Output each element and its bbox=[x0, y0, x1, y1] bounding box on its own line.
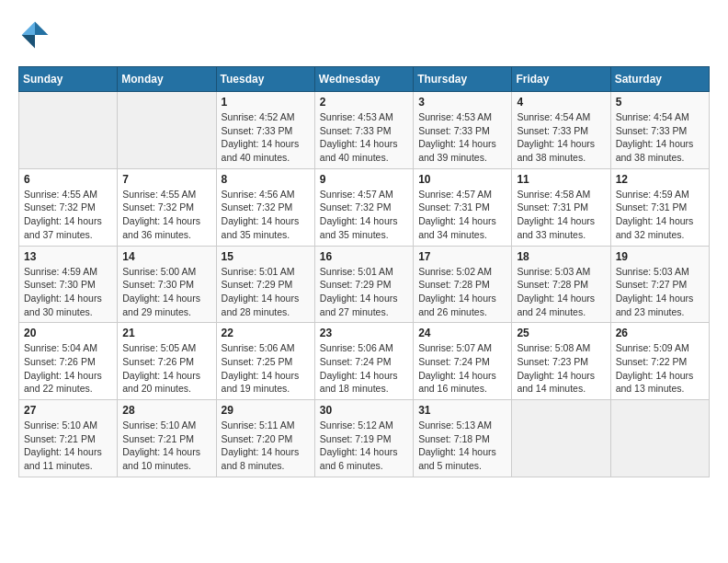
day-number: 27 bbox=[24, 404, 112, 417]
day-number: 19 bbox=[616, 250, 704, 263]
day-info: Sunrise: 4:57 AMSunset: 7:31 PMDaylight:… bbox=[418, 188, 506, 242]
day-info: Sunrise: 5:00 AMSunset: 7:30 PMDaylight:… bbox=[122, 265, 210, 319]
svg-marker-0 bbox=[35, 22, 48, 35]
day-number: 29 bbox=[222, 404, 310, 417]
day-cell: 28Sunrise: 5:10 AMSunset: 7:21 PMDayligh… bbox=[118, 400, 216, 477]
day-number: 12 bbox=[616, 173, 704, 186]
day-info: Sunrise: 5:12 AMSunset: 7:19 PMDaylight:… bbox=[320, 419, 408, 473]
day-number: 15 bbox=[222, 250, 310, 263]
page-header bbox=[18, 18, 710, 52]
day-cell: 12Sunrise: 4:59 AMSunset: 7:31 PMDayligh… bbox=[610, 168, 709, 246]
day-info: Sunrise: 4:54 AMSunset: 7:33 PMDaylight:… bbox=[517, 110, 605, 165]
weekday-header: Monday bbox=[118, 67, 216, 92]
day-number: 2 bbox=[320, 96, 408, 109]
day-cell: 17Sunrise: 5:02 AMSunset: 7:28 PMDayligh… bbox=[414, 246, 512, 323]
day-cell: 18Sunrise: 5:03 AMSunset: 7:28 PMDayligh… bbox=[512, 246, 610, 323]
day-cell: 26Sunrise: 5:09 AMSunset: 7:22 PMDayligh… bbox=[610, 323, 709, 400]
day-info: Sunrise: 4:57 AMSunset: 7:32 PMDaylight:… bbox=[320, 188, 408, 242]
day-cell: 7Sunrise: 4:55 AMSunset: 7:32 PMDaylight… bbox=[118, 168, 216, 246]
day-info: Sunrise: 4:53 AMSunset: 7:33 PMDaylight:… bbox=[418, 110, 506, 165]
day-cell: 14Sunrise: 5:00 AMSunset: 7:30 PMDayligh… bbox=[118, 246, 216, 323]
day-cell: 25Sunrise: 5:08 AMSunset: 7:23 PMDayligh… bbox=[512, 323, 610, 400]
calendar-table: SundayMondayTuesdayWednesdayThursdayFrid… bbox=[18, 66, 710, 477]
day-cell: 8Sunrise: 4:56 AMSunset: 7:32 PMDaylight… bbox=[216, 168, 314, 246]
day-info: Sunrise: 5:09 AMSunset: 7:22 PMDaylight:… bbox=[616, 341, 704, 396]
day-info: Sunrise: 5:06 AMSunset: 7:25 PMDaylight:… bbox=[222, 341, 310, 396]
weekday-header: Sunday bbox=[19, 67, 118, 92]
week-row: 20Sunrise: 5:04 AMSunset: 7:26 PMDayligh… bbox=[19, 323, 710, 400]
day-cell: 21Sunrise: 5:05 AMSunset: 7:26 PMDayligh… bbox=[118, 323, 216, 400]
day-number: 5 bbox=[616, 96, 704, 109]
day-cell: 30Sunrise: 5:12 AMSunset: 7:19 PMDayligh… bbox=[314, 400, 413, 477]
day-info: Sunrise: 5:10 AMSunset: 7:21 PMDaylight:… bbox=[24, 419, 112, 473]
day-info: Sunrise: 5:01 AMSunset: 7:29 PMDaylight:… bbox=[222, 265, 310, 319]
day-cell: 1Sunrise: 4:52 AMSunset: 7:33 PMDaylight… bbox=[216, 92, 314, 169]
day-number: 22 bbox=[222, 327, 310, 339]
calendar-body: 1Sunrise: 4:52 AMSunset: 7:33 PMDaylight… bbox=[19, 92, 710, 477]
day-number: 21 bbox=[122, 327, 210, 339]
day-number: 23 bbox=[320, 327, 408, 339]
week-row: 13Sunrise: 4:59 AMSunset: 7:30 PMDayligh… bbox=[19, 246, 710, 323]
day-number: 17 bbox=[418, 250, 506, 263]
weekday-header: Tuesday bbox=[216, 67, 314, 92]
day-info: Sunrise: 4:55 AMSunset: 7:32 PMDaylight:… bbox=[24, 188, 112, 242]
day-number: 4 bbox=[517, 96, 605, 109]
svg-marker-1 bbox=[22, 22, 35, 35]
day-info: Sunrise: 5:02 AMSunset: 7:28 PMDaylight:… bbox=[418, 265, 506, 319]
day-number: 28 bbox=[122, 404, 210, 417]
day-cell bbox=[118, 92, 216, 169]
day-info: Sunrise: 5:03 AMSunset: 7:27 PMDaylight:… bbox=[616, 265, 704, 319]
day-number: 10 bbox=[418, 173, 506, 186]
day-cell: 29Sunrise: 5:11 AMSunset: 7:20 PMDayligh… bbox=[216, 400, 314, 477]
day-number: 20 bbox=[24, 327, 112, 339]
day-cell: 19Sunrise: 5:03 AMSunset: 7:27 PMDayligh… bbox=[610, 246, 709, 323]
day-cell: 24Sunrise: 5:07 AMSunset: 7:24 PMDayligh… bbox=[414, 323, 512, 400]
day-info: Sunrise: 4:54 AMSunset: 7:33 PMDaylight:… bbox=[616, 110, 704, 165]
day-info: Sunrise: 5:01 AMSunset: 7:29 PMDaylight:… bbox=[320, 265, 408, 319]
day-cell: 16Sunrise: 5:01 AMSunset: 7:29 PMDayligh… bbox=[314, 246, 413, 323]
day-info: Sunrise: 4:53 AMSunset: 7:33 PMDaylight:… bbox=[320, 110, 408, 165]
day-info: Sunrise: 4:59 AMSunset: 7:30 PMDaylight:… bbox=[24, 265, 112, 319]
day-info: Sunrise: 4:56 AMSunset: 7:32 PMDaylight:… bbox=[222, 188, 310, 242]
day-info: Sunrise: 5:07 AMSunset: 7:24 PMDaylight:… bbox=[418, 341, 506, 396]
day-number: 13 bbox=[24, 250, 112, 263]
day-cell: 2Sunrise: 4:53 AMSunset: 7:33 PMDaylight… bbox=[314, 92, 413, 169]
day-number: 14 bbox=[122, 250, 210, 263]
day-info: Sunrise: 5:05 AMSunset: 7:26 PMDaylight:… bbox=[122, 341, 210, 396]
day-info: Sunrise: 4:59 AMSunset: 7:31 PMDaylight:… bbox=[616, 188, 704, 242]
day-cell: 11Sunrise: 4:58 AMSunset: 7:31 PMDayligh… bbox=[512, 168, 610, 246]
day-number: 7 bbox=[122, 173, 210, 186]
weekday-header: Wednesday bbox=[314, 67, 413, 92]
day-cell: 10Sunrise: 4:57 AMSunset: 7:31 PMDayligh… bbox=[414, 168, 512, 246]
day-info: Sunrise: 5:10 AMSunset: 7:21 PMDaylight:… bbox=[122, 419, 210, 473]
day-number: 26 bbox=[616, 327, 704, 339]
day-number: 9 bbox=[320, 173, 408, 186]
weekday-header: Saturday bbox=[610, 67, 709, 92]
day-info: Sunrise: 5:03 AMSunset: 7:28 PMDaylight:… bbox=[517, 265, 605, 319]
day-number: 3 bbox=[418, 96, 506, 109]
weekday-header: Thursday bbox=[414, 67, 512, 92]
day-cell bbox=[512, 400, 610, 477]
day-cell: 15Sunrise: 5:01 AMSunset: 7:29 PMDayligh… bbox=[216, 246, 314, 323]
day-cell: 27Sunrise: 5:10 AMSunset: 7:21 PMDayligh… bbox=[19, 400, 118, 477]
day-number: 16 bbox=[320, 250, 408, 263]
day-info: Sunrise: 5:08 AMSunset: 7:23 PMDaylight:… bbox=[517, 341, 605, 396]
day-cell: 4Sunrise: 4:54 AMSunset: 7:33 PMDaylight… bbox=[512, 92, 610, 169]
day-cell: 20Sunrise: 5:04 AMSunset: 7:26 PMDayligh… bbox=[19, 323, 118, 400]
logo bbox=[18, 18, 55, 52]
day-number: 24 bbox=[418, 327, 506, 339]
day-cell: 22Sunrise: 5:06 AMSunset: 7:25 PMDayligh… bbox=[216, 323, 314, 400]
week-row: 1Sunrise: 4:52 AMSunset: 7:33 PMDaylight… bbox=[19, 92, 710, 169]
weekday-row: SundayMondayTuesdayWednesdayThursdayFrid… bbox=[19, 67, 710, 92]
day-number: 1 bbox=[222, 96, 310, 109]
day-cell: 23Sunrise: 5:06 AMSunset: 7:24 PMDayligh… bbox=[314, 323, 413, 400]
day-number: 25 bbox=[517, 327, 605, 339]
day-info: Sunrise: 5:11 AMSunset: 7:20 PMDaylight:… bbox=[222, 419, 310, 473]
day-info: Sunrise: 5:06 AMSunset: 7:24 PMDaylight:… bbox=[320, 341, 408, 396]
day-cell: 9Sunrise: 4:57 AMSunset: 7:32 PMDaylight… bbox=[314, 168, 413, 246]
day-cell: 31Sunrise: 5:13 AMSunset: 7:18 PMDayligh… bbox=[414, 400, 512, 477]
week-row: 27Sunrise: 5:10 AMSunset: 7:21 PMDayligh… bbox=[19, 400, 710, 477]
day-cell: 6Sunrise: 4:55 AMSunset: 7:32 PMDaylight… bbox=[19, 168, 118, 246]
day-cell: 13Sunrise: 4:59 AMSunset: 7:30 PMDayligh… bbox=[19, 246, 118, 323]
day-number: 18 bbox=[517, 250, 605, 263]
